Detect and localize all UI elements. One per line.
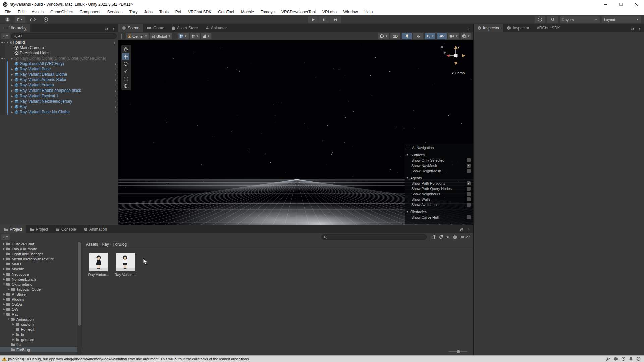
cloud-services-button[interactable]	[28, 16, 38, 23]
scene-menu-kebab[interactable]: ⋮	[466, 26, 472, 31]
expand-arrow-icon[interactable]: ▶	[11, 333, 15, 336]
hierarchy-row-ray-variant-rabbit-onepiece-black[interactable]: ▶Ray Variant Rabbit onepiece black›	[0, 88, 118, 93]
row-chevron-icon[interactable]: ›	[115, 83, 116, 87]
move-tool[interactable]	[122, 53, 129, 60]
ainav-option-show-walls[interactable]: Show Walls	[406, 197, 471, 202]
breadcrumb-forblog[interactable]: ForBlog	[113, 242, 127, 247]
draw-mode-button[interactable]: ▼	[378, 33, 389, 39]
snap-settings-button[interactable]: ▼	[190, 33, 200, 39]
scrollbar-thumb[interactable]	[78, 242, 81, 326]
toolbar-drag-handle[interactable]	[121, 34, 124, 39]
expand-arrow-icon[interactable]: ▼	[2, 283, 6, 286]
folder-row-fx[interactable]: ▶fx	[0, 332, 82, 337]
expand-arrow-icon[interactable]: ▶	[10, 111, 14, 114]
orientation-mode-button[interactable]: Global ▼	[150, 33, 172, 39]
ainav-option-show-path-polygons[interactable]: Show Path Polygons✓	[406, 181, 471, 186]
minimize-button[interactable]	[598, 0, 613, 9]
scene-tab-asset-store[interactable]: Asset Store	[168, 24, 202, 32]
folder-row-lala-la-mode[interactable]: ▶Lala à la mode	[0, 246, 82, 251]
menu-item-services[interactable]: Services	[104, 9, 126, 15]
menu-item-jobs[interactable]: Jobs	[141, 9, 156, 15]
expand-arrow-icon[interactable]: ▶	[2, 247, 6, 250]
scene-tab-scene[interactable]: Scene	[118, 24, 143, 32]
create-asset-button[interactable]: +▼	[1, 234, 10, 240]
view-orientation-gizmo[interactable]: y x	[444, 44, 468, 68]
row-chevron-icon[interactable]: ›	[115, 67, 116, 71]
project-tab-project-1[interactable]: Project	[26, 225, 52, 233]
maximize-button[interactable]	[613, 0, 629, 9]
hidden-packages-count[interactable]: 27	[460, 235, 470, 239]
ainav-option-show-heightmesh[interactable]: Show HeightMesh	[406, 168, 471, 174]
asset-info-icon[interactable]	[453, 235, 457, 239]
project-tab-console[interactable]: Console	[52, 225, 80, 233]
view-hand-tool[interactable]	[122, 46, 129, 53]
expand-arrow-icon[interactable]: ▶	[2, 242, 6, 245]
expand-arrow-icon[interactable]: ▶	[11, 338, 15, 341]
folder-row-noribenlunch[interactable]: ▶NoribenLunch	[0, 277, 82, 282]
menu-item-gatotool[interactable]: GatoTool	[215, 9, 237, 15]
breadcrumb-ray[interactable]: Ray	[102, 242, 109, 247]
inspector-tab-inspector-1[interactable]: Inspector	[503, 24, 533, 32]
status-package-icon[interactable]	[613, 357, 618, 361]
checkbox[interactable]: ✓	[467, 181, 471, 185]
folder-row-gesture[interactable]: ▶gesture	[0, 337, 82, 342]
row-chevron-icon[interactable]: ›	[115, 110, 116, 114]
folder-row-plugins[interactable]: ▶Plugins	[0, 297, 82, 302]
expand-arrow-icon[interactable]: ▶	[2, 267, 6, 270]
scene-lighting-button[interactable]	[402, 33, 412, 39]
expand-arrow-icon[interactable]: ▶	[10, 89, 14, 92]
folder-row-custom[interactable]: ▶custom	[0, 322, 82, 327]
lock-icon[interactable]	[460, 227, 464, 232]
row-kebab-icon[interactable]: ⋮	[113, 40, 117, 45]
search-everything-button[interactable]	[547, 16, 558, 23]
hierarchy-row-build[interactable]: ▼build⋮	[0, 40, 118, 45]
folder-row-meshdeleterwithtexture[interactable]: ▶MeshDeleterWithTexture	[0, 256, 82, 261]
pivot-mode-button[interactable]: Center ▼	[126, 33, 149, 39]
folder-row-necocoya[interactable]: ▶Necocoya	[0, 272, 82, 277]
folder-row-hrtovrchat[interactable]: ▶HRtoVRChat	[0, 241, 82, 246]
ainav-section-agents[interactable]: ▼Agents	[406, 175, 471, 181]
menu-item-assets[interactable]: Assets	[28, 9, 47, 15]
hierarchy-row-ray-variant-artemis-sailor[interactable]: ▶Ray Variant Artemis Sailor›	[0, 77, 118, 82]
hierarchy-row-ray-variant-tactical-1[interactable]: ▶Ray Variant Tactical 1›	[0, 93, 118, 99]
folder-row-tactical-code[interactable]: ▶Tactical_Code	[0, 287, 82, 292]
menu-item-tools[interactable]: Tools	[156, 9, 172, 15]
menu-item-vrlabs[interactable]: VRLabs	[319, 9, 340, 15]
folder-row-p-store[interactable]: ▶P_Store	[0, 292, 82, 297]
folder-row-mmd[interactable]: MMD	[0, 261, 82, 266]
lock-icon[interactable]	[630, 26, 634, 31]
layout-dropdown[interactable]: Layout▼	[602, 16, 641, 23]
project-search-input[interactable]	[329, 235, 424, 239]
account-shortcut-button[interactable]: F▼	[15, 16, 25, 23]
transform-tool[interactable]	[122, 82, 129, 89]
hierarchy-row-gogoloco-all-vrcfury[interactable]: GogoLoco All (VRCFury)›	[0, 61, 118, 66]
menu-item-edit[interactable]: Edit	[14, 9, 28, 15]
expand-arrow-icon[interactable]: ▼	[5, 41, 10, 44]
expand-arrow-icon[interactable]: ▶	[2, 293, 6, 296]
scene-tab-animator[interactable]: Animator	[202, 24, 231, 32]
step-button[interactable]	[330, 16, 341, 23]
row-chevron-icon[interactable]: ›	[115, 78, 116, 82]
expand-arrow-icon[interactable]: ▶	[10, 78, 14, 81]
hierarchy-row-directional-light[interactable]: Directional Light	[0, 50, 118, 56]
ainav-option-show-only-selected[interactable]: Show Only Selected	[406, 158, 471, 163]
ainav-section-obstacles[interactable]: ▼Obstacles	[406, 209, 471, 215]
grid-visibility-button[interactable]: ▼	[178, 33, 189, 39]
camera-settings-button[interactable]: ▼	[448, 33, 459, 39]
checkbox[interactable]	[467, 192, 471, 196]
checkbox[interactable]	[467, 197, 471, 201]
ai-navigation-header[interactable]: AI Navigation	[406, 145, 471, 150]
expand-arrow-icon[interactable]: ▼	[7, 318, 11, 321]
version-control-button[interactable]	[40, 16, 51, 23]
folder-row-for-edit[interactable]: For edit	[0, 327, 82, 332]
checkbox[interactable]	[467, 215, 471, 219]
expand-arrow-icon[interactable]: ▶	[7, 288, 11, 291]
close-button[interactable]	[629, 0, 644, 9]
status-mute-icon[interactable]	[636, 357, 641, 361]
asset-tile-0[interactable]: Ray Varian...	[88, 253, 109, 277]
expand-arrow-icon[interactable]: ▶	[10, 105, 14, 108]
expand-arrow-icon[interactable]: ▶	[10, 100, 14, 103]
account-button[interactable]	[2, 16, 13, 23]
ainav-option-show-navmesh[interactable]: Show NavMesh✓	[406, 163, 471, 168]
row-chevron-icon[interactable]: ›	[115, 99, 116, 103]
